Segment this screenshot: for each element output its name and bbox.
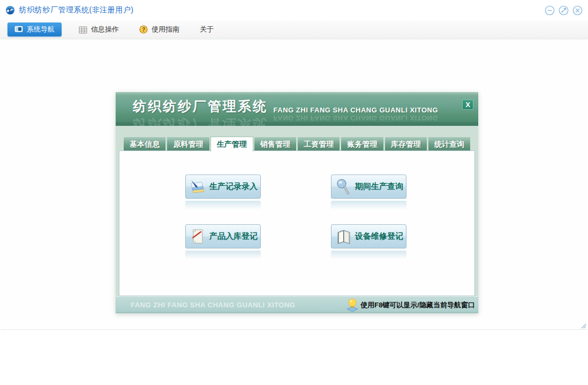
tab-basic-info[interactable]: 基本信息 — [123, 137, 166, 151]
button-label: 期间生产查询 — [355, 182, 403, 192]
svg-text:?: ? — [142, 26, 145, 32]
button-label: 产品入库登记 — [209, 231, 258, 241]
button-reflection — [331, 251, 406, 259]
resize-grip[interactable] — [581, 323, 586, 329]
button-label: 设备维修登记 — [355, 231, 403, 241]
toolbar-item-label: 系统导航 — [27, 25, 55, 34]
dialog-title: 纺织纺纱厂管理系统 — [133, 97, 268, 115]
toolbar-item-label: 信息操作 — [91, 25, 119, 34]
scroll-pen-icon — [189, 228, 207, 245]
tab-raw-material[interactable]: 原料管理 — [167, 137, 209, 151]
window-titlebar: 纺织纺纱厂管理系统(非注册用户) — [0, 0, 588, 20]
button-reflection — [185, 201, 261, 209]
dialog-footer: FANG ZHI FANG SHA CHANG GUANLI XITONG 使用… — [116, 296, 478, 313]
magnifier-icon — [335, 178, 353, 195]
footer-hint-text: 使用F8键可以显示/隐藏当前导航窗口 — [360, 300, 475, 310]
minimize-button[interactable] — [545, 5, 555, 16]
tab-inventory[interactable]: 库存管理 — [385, 137, 427, 151]
footer-watermark: FANG ZHI FANG SHA CHANG GUANLI XITONG — [131, 301, 295, 309]
button-reflection — [331, 201, 406, 209]
navigator-dialog: 纺织纺纱厂管理系统 纺织纺纱厂管理系统 FANG ZHI FANG SHA CH… — [116, 92, 478, 313]
restore-button[interactable] — [559, 5, 569, 16]
toolbar-item-user-guide[interactable]: ? 使用指南 — [136, 22, 183, 36]
toolbar-item-label: 关于 — [200, 25, 214, 34]
tab-content-panel: 生产记录录入 期间生产查询 — [119, 150, 475, 296]
toolbar-item-label: 使用指南 — [152, 25, 179, 34]
button-reflection — [185, 251, 261, 259]
open-book-icon — [335, 228, 353, 245]
tab-sales[interactable]: 销售管理 — [254, 137, 297, 151]
equipment-maintenance-register-button[interactable]: 设备维修登记 — [331, 224, 406, 248]
toolbar-item-about[interactable]: 关于 — [197, 22, 217, 36]
dialog-header: 纺织纺纱厂管理系统 纺织纺纱厂管理系统 FANG ZHI FANG SHA CH… — [116, 92, 478, 126]
footer-hint: 使用F8键可以显示/隐藏当前导航窗口 — [346, 298, 475, 312]
lightbulb-icon — [346, 298, 359, 312]
app-window: 纺织纺纱厂管理系统(非注册用户) 系统导航 — [0, 0, 588, 385]
dialog-title-reflection: 纺织纺纱厂管理系统 — [133, 116, 268, 126]
window-controls — [545, 5, 583, 16]
main-toolbar: 系统导航 信息操作 ? 使用指南 关于 — [0, 20, 588, 39]
dialog-subtitle: FANG ZHI FANG SHA CHANG GUANLI XITONG — [274, 106, 438, 114]
window-title: 纺织纺纱厂管理系统(非注册用户) — [19, 5, 133, 15]
dialog-close-button[interactable]: X — [462, 100, 473, 110]
monitor-icon — [14, 25, 23, 34]
pen-notes-icon — [189, 178, 207, 195]
toolbar-item-info-ops[interactable]: 信息操作 — [76, 22, 122, 36]
toolbar-item-system-nav[interactable]: 系统导航 — [7, 22, 62, 36]
dialog-subtitle-reflection: FANG ZHI FANG SHA CHANG GUANLI XITONG — [274, 114, 438, 122]
product-warehouse-register-button[interactable]: 产品入库登记 — [185, 224, 261, 248]
tab-payroll[interactable]: 工资管理 — [297, 137, 340, 151]
close-button[interactable] — [572, 5, 583, 16]
button-label: 生产记录录入 — [209, 182, 258, 192]
dialog-tabbar: 基本信息 原料管理 生产管理 销售管理 工资管理 账务管理 库存管理 统计查询 — [123, 137, 471, 151]
app-logo-icon — [5, 5, 15, 15]
tab-statistics[interactable]: 统计查询 — [428, 137, 471, 151]
help-coin-icon: ? — [139, 25, 148, 34]
tab-production[interactable]: 生产管理 — [210, 137, 253, 152]
grid-icon — [79, 25, 87, 34]
tab-accounting[interactable]: 账务管理 — [341, 137, 383, 151]
period-production-query-button[interactable]: 期间生产查询 — [331, 175, 406, 199]
production-record-entry-button[interactable]: 生产记录录入 — [185, 175, 261, 199]
